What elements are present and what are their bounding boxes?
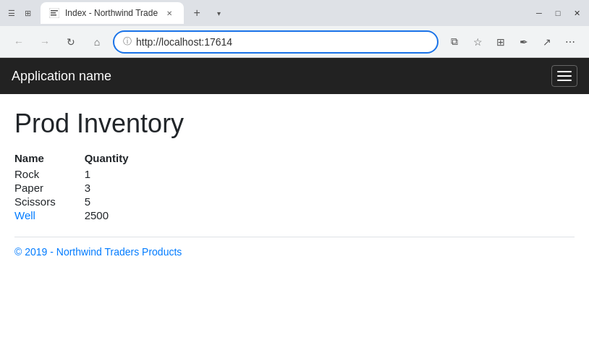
svg-rect-3 [51,14,56,16]
table-cell-name: Paper [14,181,85,195]
browser-menu-icon[interactable]: ☰ [6,7,17,19]
main-content: Prod Inventory Name Quantity Rock1Paper3… [0,94,589,272]
app-navbar: Application name [0,58,589,94]
page-title: Prod Inventory [14,109,575,139]
url-info-icon: ⓘ [123,35,132,48]
address-bar: ← → ↻ ⌂ ⓘ http://localhost:17614 ⧉ ☆ ⊞ ✒… [0,26,589,58]
forward-button[interactable]: → [35,32,55,52]
table-cell-name: Rock [14,167,85,181]
table-cell-quantity: 5 [85,195,158,208]
app: Application name Prod Inventory Name Qua… [0,58,589,272]
extensions-button[interactable]: ⊞ [491,32,511,52]
back-button[interactable]: ← [9,32,29,52]
reload-button[interactable]: ↻ [61,32,81,52]
app-brand: Application name [12,69,111,84]
tab-close-button[interactable]: ✕ [164,7,175,19]
window-controls: ─ □ ✕ [533,7,583,20]
table-link[interactable]: Well [14,209,35,221]
table-cell-name: Well [14,208,85,222]
inventory-table: Name Quantity Rock1Paper3Scissors5Well25… [14,151,158,222]
hamburger-line-3 [557,80,572,81]
browser-icons-left: ☰ ⊞ [6,7,33,19]
profile-button[interactable]: ✒ [514,32,534,52]
bookmark-button[interactable]: ☆ [467,32,488,52]
footer-divider [14,237,575,237]
svg-rect-2 [51,12,56,14]
footer-text: © 2019 - Northwind Traders Products [14,246,575,258]
table-row: Rock1 [14,167,158,181]
tab-bar: ☰ ⊞ Index - Northwind Trade ✕ + ▾ ─ □ ✕ [0,0,589,26]
col-header-name: Name [14,151,85,167]
table-cell-name: Scissors [14,195,85,208]
tab-favicon [49,8,59,18]
home-button[interactable]: ⌂ [87,32,107,52]
svg-rect-1 [51,10,58,12]
tab-dropdown-button[interactable]: ▾ [210,4,227,22]
table-header-row: Name Quantity [14,151,158,167]
hamburger-line-1 [557,71,572,72]
table-row: Well2500 [14,208,158,222]
toolbar-right: ⧉ ☆ ⊞ ✒ ↗ ⋯ [444,32,580,52]
active-tab[interactable]: Index - Northwind Trade ✕ [41,2,184,24]
maximize-button[interactable]: □ [551,7,564,20]
hamburger-button[interactable] [551,65,577,87]
more-button[interactable]: ⋯ [560,32,580,52]
share-button[interactable]: ↗ [537,32,557,52]
table-row: Paper3 [14,181,158,195]
url-text: http://localhost:17614 [136,36,428,48]
split-view-button[interactable]: ⧉ [444,32,465,52]
new-tab-button[interactable]: + [187,3,207,23]
minimize-button[interactable]: ─ [533,7,546,20]
table-row: Scissors5 [14,195,158,208]
col-header-quantity: Quantity [85,151,158,167]
table-cell-quantity: 2500 [85,208,158,222]
hamburger-line-2 [557,75,572,77]
table-cell-quantity: 3 [85,181,158,195]
tab-title: Index - Northwind Trade [65,8,158,18]
close-window-button[interactable]: ✕ [570,7,583,20]
table-cell-quantity: 1 [85,167,158,181]
url-bar[interactable]: ⓘ http://localhost:17614 [113,30,438,54]
browser-app-icon[interactable]: ⊞ [22,7,33,19]
browser-chrome: ☰ ⊞ Index - Northwind Trade ✕ + ▾ ─ □ ✕ [0,0,589,58]
